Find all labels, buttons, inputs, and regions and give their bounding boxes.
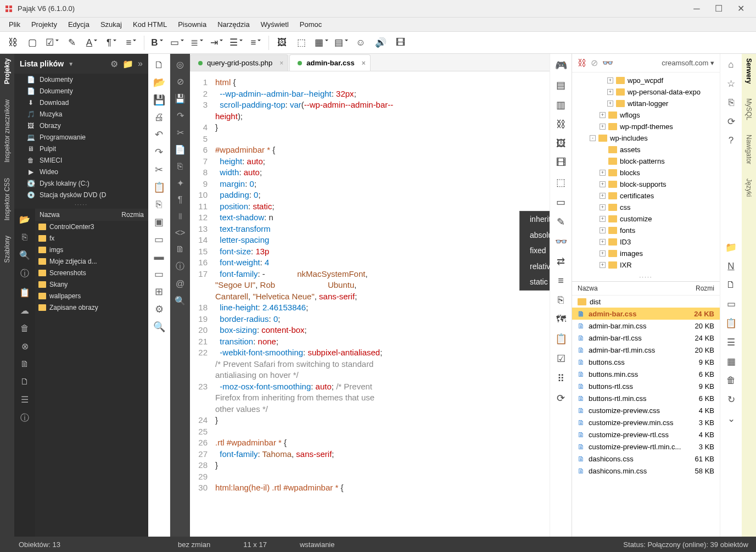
column-size[interactable]: Rozmia <box>121 211 144 219</box>
link-icon[interactable]: ⛓ <box>4 35 21 51</box>
image-icon[interactable]: 🖼 <box>273 35 290 51</box>
disconnect-icon[interactable]: ⊘ <box>591 58 598 68</box>
tree-item[interactable]: +ID3 <box>572 236 720 248</box>
layout4-icon[interactable]: ⊞ <box>155 286 163 298</box>
menu-pomoc[interactable]: Pomoc <box>294 18 327 31</box>
layout3-icon[interactable]: ▭ <box>154 268 164 280</box>
file-item[interactable]: 🗎buttons.css9 KB <box>572 356 720 368</box>
menu-pisownia[interactable]: Pisownia <box>172 18 212 31</box>
list-icon[interactable]: ☰ <box>21 394 29 405</box>
right-tab-3[interactable]: Języki <box>745 179 753 197</box>
folder2-icon[interactable]: 📁 <box>725 242 737 253</box>
menu-edycja[interactable]: Edycja <box>63 18 95 31</box>
code-editor[interactable]: 1234567891011121314151617181920212223242… <box>190 71 550 537</box>
right-tab-2[interactable]: Nawigator <box>745 135 753 164</box>
tree-item[interactable]: +wp-personal-data-expo <box>572 86 720 98</box>
list-item[interactable]: 🎵Muzyka <box>14 108 148 120</box>
tree-item[interactable]: +customize <box>572 213 720 225</box>
file-item[interactable]: 🗎customize-preview.min.css3 KB <box>572 416 720 428</box>
crop-icon[interactable]: ▢ <box>24 35 41 51</box>
paste2-icon[interactable]: 📄 <box>175 144 186 155</box>
file-item[interactable]: dist <box>572 295 720 308</box>
down-icon[interactable]: ⌄ <box>727 413 735 425</box>
layout-icon[interactable]: ▤ <box>333 35 349 51</box>
tab-query-grid-posts.php[interactable]: query-grid-posts.php× <box>190 54 288 71</box>
trash2-icon[interactable]: 🗑 <box>726 375 736 386</box>
redo2-icon[interactable]: ↷ <box>177 110 184 121</box>
list-icon[interactable]: ☰ <box>228 35 244 51</box>
list-item[interactable]: ⬇Download <box>14 97 148 108</box>
undo-icon[interactable]: ↶ <box>155 129 163 141</box>
binoculars-icon[interactable]: 👓 <box>555 236 567 248</box>
home-icon[interactable]: ⌂ <box>728 59 733 70</box>
tree-item[interactable]: +blocks <box>572 167 720 179</box>
file-item[interactable]: 🗎buttons-rtl.min.css6 KB <box>572 392 720 404</box>
tree-item[interactable]: +images <box>572 248 720 259</box>
grid2-icon[interactable]: ▦ <box>727 356 736 367</box>
tree-item[interactable]: +wtitan-logger <box>572 98 720 109</box>
text-color-icon[interactable]: A <box>83 35 100 51</box>
reload-icon[interactable]: ↻ <box>727 394 735 405</box>
clipboard2-icon[interactable]: 📋 <box>555 333 567 345</box>
folder-icon[interactable]: 📁 <box>122 59 133 69</box>
file-item[interactable]: 🗎customize-preview-rtl.css4 KB <box>572 428 720 441</box>
file-item[interactable]: 🗎customize-preview.css4 KB <box>572 404 720 416</box>
tree-item[interactable]: +block-supports <box>572 179 720 190</box>
bold-icon[interactable]: B <box>149 35 165 51</box>
autocomplete-item[interactable]: relative <box>520 259 550 275</box>
column-name[interactable]: Nazwa <box>40 211 121 219</box>
left-tab-0[interactable]: Projekty <box>3 58 11 84</box>
numbered-list-icon[interactable]: ≡ <box>248 35 264 51</box>
open-icon[interactable]: 📂 <box>153 76 165 88</box>
search-icon[interactable]: 🔍 <box>19 250 30 260</box>
map-icon[interactable]: 🗺 <box>556 314 566 325</box>
search2-icon[interactable]: 🔍 <box>153 321 165 333</box>
menu-kod html[interactable]: Kod HTML <box>127 18 172 31</box>
tree-item[interactable]: +certificates <box>572 190 720 202</box>
file-item[interactable]: 🗎buttons-rtl.css9 KB <box>572 380 720 392</box>
cut2-icon[interactable]: ✂ <box>177 127 184 138</box>
video-icon[interactable]: 🎞 <box>392 35 408 51</box>
list-item[interactable]: 🖥Pulpit <box>14 143 148 154</box>
gear-icon[interactable]: ⚙ <box>110 59 118 69</box>
link2-icon[interactable]: ⛓ <box>556 119 566 130</box>
new-doc-icon[interactable]: 🗋 <box>154 59 164 71</box>
file-item[interactable]: 🗎admin-bar.min.css20 KB <box>572 320 720 332</box>
tree-item[interactable]: +fonts <box>572 225 720 236</box>
file2-icon[interactable]: 🗋 <box>726 280 736 291</box>
list-item[interactable]: 🗑SMIECI <box>14 154 148 166</box>
more-icon[interactable]: » <box>138 59 143 69</box>
file-item[interactable]: 🗎admin-bar-rtl.min.css20 KB <box>572 344 720 356</box>
list-item[interactable]: Screenshots <box>35 267 148 278</box>
emoji-icon[interactable]: ☺ <box>352 35 369 51</box>
border-icon[interactable]: ▭ <box>169 35 185 51</box>
file-icon[interactable]: 🗎 <box>20 359 29 369</box>
indent-icon[interactable]: ≡ <box>123 35 139 51</box>
columns-icon[interactable]: ⫴ <box>178 211 182 221</box>
hairdryer-icon[interactable]: ⟳ <box>557 392 565 404</box>
pilcrow-icon[interactable]: ¶ <box>178 195 183 205</box>
tab-admin-bar.css[interactable]: admin-bar.css× <box>289 54 370 71</box>
cloud-icon[interactable]: ☁ <box>20 305 29 316</box>
file-item[interactable]: 🗎admin-bar-rtl.css24 KB <box>572 332 720 344</box>
clipboard3-icon[interactable]: 📋 <box>725 317 737 329</box>
left-tab-1[interactable]: Inspektor znaczników <box>3 99 11 163</box>
file-item[interactable]: 🗎dashicons.css61 KB <box>572 453 720 465</box>
panel-resize-handle-2[interactable]: ····· <box>572 273 720 281</box>
check2-icon[interactable]: ☑ <box>557 353 565 365</box>
clipboard-icon[interactable]: 📋 <box>19 287 30 298</box>
help2-icon[interactable]: ? <box>729 135 733 146</box>
file-item[interactable]: 🗎buttons.min.css6 KB <box>572 368 720 380</box>
save-icon[interactable]: 💾 <box>153 94 165 106</box>
list-item[interactable]: fx <box>35 232 148 244</box>
copy4-icon[interactable]: ⎘ <box>729 97 734 108</box>
list-item[interactable]: ControlCenter3 <box>35 221 148 232</box>
autocomplete-item[interactable]: fixed <box>520 243 550 259</box>
search3-icon[interactable]: 🔍 <box>175 295 186 306</box>
underline-icon[interactable]: N <box>727 261 734 272</box>
list-item[interactable]: 💽Dysk lokalny (C:) <box>14 177 148 189</box>
frame-icon[interactable]: ⬚ <box>293 35 310 51</box>
paste-icon[interactable]: 📋 <box>153 181 165 193</box>
copy3-icon[interactable]: ⎘ <box>558 294 564 306</box>
redo-icon[interactable]: ↷ <box>155 146 163 158</box>
